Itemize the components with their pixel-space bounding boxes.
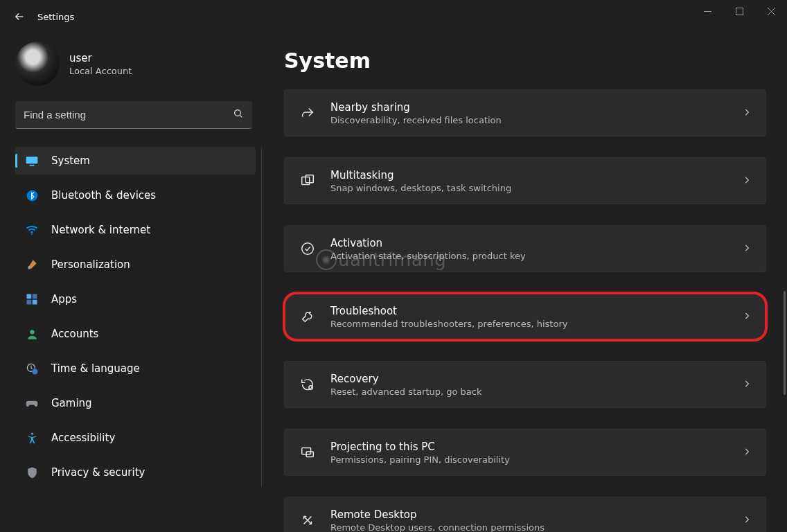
multitask-icon [299,172,317,190]
svg-rect-3 [26,157,38,163]
person-icon [25,327,39,341]
sidebar-item-system[interactable]: System [15,147,256,175]
card-title: Troubleshoot [330,305,728,317]
minimize-icon [704,8,711,15]
card-title: Projecting to this PC [330,441,728,453]
card-recovery[interactable]: Recovery Reset, advanced startup, go bac… [284,361,766,408]
sidebar-item-label: Time & language [51,362,140,375]
profile-block[interactable]: user Local Account [15,42,263,86]
sidebar-item-label: Gaming [51,397,92,409]
accessibility-icon [25,431,39,445]
card-title: Nearby sharing [330,101,728,114]
card-title: Remote Desktop [330,508,728,521]
sidebar-item-label: System [51,154,90,167]
sidebar-item-label: Personalization [51,258,130,271]
app-title: Settings [37,12,74,22]
back-button[interactable] [6,3,33,30]
svg-point-17 [302,243,314,255]
card-title: Recovery [330,373,728,385]
card-troubleshoot[interactable]: Troubleshoot Recommended troubleshooters… [284,293,766,340]
svg-point-6 [31,233,33,235]
main-panel: System Nearby sharing Discoverability, r… [263,33,787,532]
chevron-right-icon [742,107,752,119]
card-nearby-sharing[interactable]: Nearby sharing Discoverability, received… [284,89,766,136]
svg-rect-1 [736,8,743,15]
svg-rect-8 [33,294,37,299]
wrench-icon [299,308,317,326]
chevron-right-icon [742,379,752,391]
arrow-left-icon [13,10,26,23]
minimize-button[interactable] [691,0,723,22]
svg-rect-0 [704,11,711,12]
close-button[interactable] [755,0,787,22]
chevron-right-icon [742,175,752,187]
monitor-icon [25,154,39,168]
svg-point-2 [235,110,241,116]
card-activation[interactable]: Activation Activation state, subscriptio… [284,225,766,272]
card-desc: Discoverability, received files location [330,115,728,125]
window-controls [691,0,787,22]
nav: System Bluetooth & devices Network & int… [15,147,262,486]
sidebar-item-accounts[interactable]: Accounts [15,320,256,348]
card-multitasking[interactable]: Multitasking Snap windows, desktops, tas… [284,157,766,204]
username: user [69,52,132,64]
svg-rect-4 [30,165,35,166]
svg-point-5 [26,190,37,201]
chevron-right-icon [742,515,752,526]
recovery-icon [299,375,317,393]
card-desc: Recommended troubleshooters, preferences… [330,319,728,329]
shield-icon [25,466,39,479]
svg-point-14 [30,432,33,434]
svg-rect-7 [27,294,32,299]
sidebar-item-label: Bluetooth & devices [51,189,156,202]
card-remote-desktop[interactable]: Remote Desktop Remote Desktop users, con… [284,497,766,532]
check-circle-icon [299,240,317,258]
svg-point-11 [30,330,34,334]
clock-globe-icon [25,362,39,375]
account-type: Local Account [69,66,132,76]
avatar [15,42,60,86]
share-icon [299,104,317,122]
sidebar-item-bluetooth[interactable]: Bluetooth & devices [15,181,256,209]
page-title: System [284,48,766,73]
title-bar: Settings [0,0,787,33]
sidebar-item-personalization[interactable]: Personalization [15,251,256,278]
sidebar-item-accessibility[interactable]: Accessibility [15,424,256,452]
search-icon [233,108,244,121]
card-desc: Permissions, pairing PIN, discoverabilit… [330,454,728,465]
card-desc: Activation state, subscriptions, product… [330,251,728,261]
sidebar-item-label: Accounts [51,328,98,340]
search-box[interactable] [15,101,252,129]
card-title: Multitasking [330,169,728,181]
remote-icon [299,511,317,529]
card-projecting[interactable]: Projecting to this PC Permissions, pairi… [284,429,766,476]
svg-rect-10 [33,300,37,305]
maximize-button[interactable] [723,0,755,22]
sidebar-item-label: Privacy & security [51,466,145,479]
sidebar-item-apps[interactable]: Apps [15,285,256,313]
chevron-right-icon [742,311,752,323]
svg-point-13 [32,369,37,374]
sidebar-item-gaming[interactable]: Gaming [15,389,256,417]
card-desc: Snap windows, desktops, task switching [330,183,728,193]
sidebar-item-privacy[interactable]: Privacy & security [15,459,256,486]
sidebar: user Local Account System [0,33,263,532]
sidebar-item-label: Network & internet [51,224,150,236]
gamepad-icon [25,396,39,410]
card-desc: Reset, advanced startup, go back [330,387,728,397]
search-input[interactable] [24,109,233,121]
scrollbar-thumb[interactable] [784,291,786,395]
sidebar-item-network[interactable]: Network & internet [15,216,256,244]
settings-card-list: Nearby sharing Discoverability, received… [284,89,766,532]
card-desc: Remote Desktop users, connection permiss… [330,522,728,533]
apps-icon [25,292,39,306]
chevron-right-icon [742,243,752,255]
svg-rect-9 [27,300,32,305]
project-icon [299,443,317,461]
sidebar-item-time-language[interactable]: Time & language [15,355,256,382]
wifi-icon [25,223,39,237]
close-icon [768,8,775,15]
brush-icon [25,258,39,272]
sidebar-item-label: Apps [51,293,77,305]
maximize-icon [736,8,743,15]
